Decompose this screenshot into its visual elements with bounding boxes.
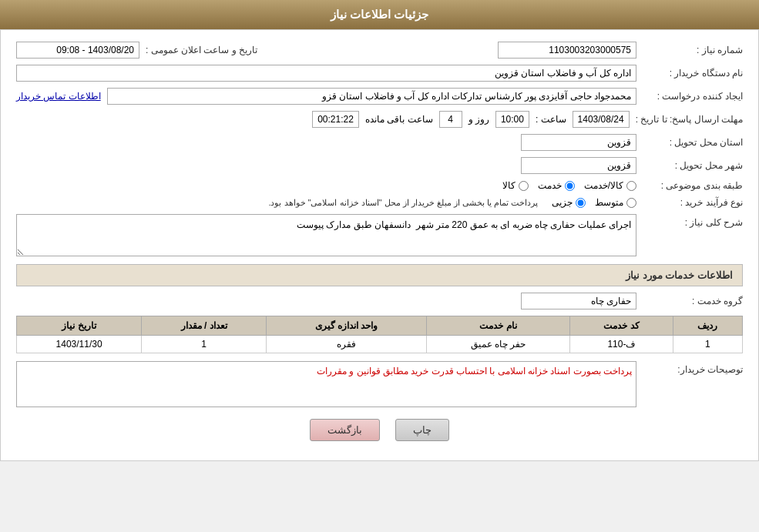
purchase-motavaset-label: متوسط [595, 197, 623, 208]
table-cell-0: 1 [673, 336, 742, 353]
service-group-row: گروه خدمت : حفاری چاه [16, 293, 743, 309]
category-kala-khedmat-radio[interactable] [626, 181, 636, 191]
buttons-row: چاپ بازگشت [16, 419, 743, 441]
deadline-remaining: 00:21:22 [312, 111, 359, 128]
buyer-notes-label: توصیحات خریدار: [643, 361, 743, 375]
deadline-days: 4 [439, 111, 462, 128]
announce-date-value: 1403/08/20 - 09:08 [16, 42, 139, 59]
table-cell-3: فقره [267, 336, 427, 353]
creator-row: ایجاد کننده درخواست : محمدجواد حاجی آفای… [16, 88, 743, 105]
need-number-value: 1103003203000575 [498, 42, 636, 59]
need-number-label: شماره نیاز : [643, 45, 743, 55]
creator-label: ایجاد کننده درخواست : [643, 91, 743, 102]
need-number-row: شماره نیاز : 1103003203000575 تاریخ و سا… [16, 42, 743, 59]
city-delivery-label: شهر محل تحویل : [643, 160, 743, 171]
table-cell-5: 1403/11/30 [17, 336, 142, 353]
category-kala[interactable]: کالا [502, 180, 529, 191]
print-button[interactable]: چاپ [395, 419, 449, 441]
province-delivery-value: قزوین [521, 134, 636, 151]
buyer-notes-value: پرداخت بصورت اسناد خزانه اسلامی با احتسا… [16, 361, 636, 407]
table-header-row: ردیف کد خدمت نام خدمت واحد اندازه گیری ت… [17, 316, 743, 336]
purchase-type-desc: پرداخت تمام یا بخشی از مبلغ خریدار از مح… [268, 198, 538, 208]
buyer-org-value: اداره کل آب و فاضلاب استان قزوین [16, 65, 636, 82]
col-header-date: تاریخ نیاز [17, 316, 142, 336]
need-summary-row: شرح کلی نیاز : [16, 214, 743, 256]
creator-link[interactable]: اطلاعات تماس خریدار [16, 91, 101, 102]
deadline-time: 10:00 [495, 111, 529, 128]
services-section-header: اطلاعات خدمات مورد نیاز [16, 264, 743, 286]
province-delivery-row: استان محل تحویل : قزوین [16, 134, 743, 151]
need-summary-textarea[interactable] [16, 214, 636, 256]
category-khedmat-label: خدمت [538, 180, 562, 191]
city-delivery-row: شهر محل تحویل : قزوین [16, 157, 743, 174]
creator-value: محمدجواد حاجی آفایزدی پور کارشناس تدارکا… [107, 88, 636, 105]
purchase-jozii-radio[interactable] [576, 198, 586, 208]
content-area: شماره نیاز : 1103003203000575 تاریخ و سا… [0, 29, 759, 461]
category-row: طبقه بندی موضوعی : کالا/خدمت خدمت کالا [16, 180, 743, 191]
col-header-service-name: نام خدمت [426, 316, 570, 336]
table-cell-2: حفر چاه عمیق [426, 336, 570, 353]
table-row: 1ف-110حفر چاه عمیقفقره11403/11/30 [17, 336, 743, 353]
col-header-row-num: ردیف [673, 316, 742, 336]
province-delivery-label: استان محل تحویل : [643, 137, 743, 148]
announce-date-label: تاریخ و ساعت اعلان عمومی : [146, 45, 257, 55]
city-delivery-value: قزوین [521, 157, 636, 174]
category-khedmat[interactable]: خدمت [538, 180, 575, 191]
purchase-jozii[interactable]: جزیی [552, 197, 586, 208]
purchase-motavaset[interactable]: متوسط [595, 197, 636, 208]
purchase-motavaset-radio[interactable] [626, 198, 636, 208]
service-group-value: حفاری چاه [521, 293, 636, 309]
page-container: جزئیات اطلاعات نیاز شماره نیاز : 1103003… [0, 0, 759, 461]
services-table: ردیف کد خدمت نام خدمت واحد اندازه گیری ت… [16, 316, 743, 353]
category-radio-group: کالا/خدمت خدمت کالا [502, 180, 636, 191]
deadline-remaining-label: ساعت باقی مانده [365, 114, 433, 125]
deadline-date: 1403/08/24 [573, 111, 630, 128]
category-kala-radio[interactable] [519, 181, 529, 191]
category-kala-khedmat-label: کالا/خدمت [584, 180, 623, 191]
col-header-unit: واحد اندازه گیری [267, 316, 427, 336]
category-kala-label: کالا [502, 180, 516, 191]
table-cell-4: 1 [142, 336, 267, 353]
purchase-type-row: نوع فرآیند خرید : متوسط جزیی پرداخت تمام… [16, 197, 743, 208]
deadline-days-label: روز و [468, 114, 489, 125]
table-cell-1: ف-110 [570, 336, 673, 353]
page-header: جزئیات اطلاعات نیاز [0, 0, 759, 29]
buyer-notes-row: توصیحات خریدار: پرداخت بصورت اسناد خزانه… [16, 361, 743, 407]
deadline-row: مهلت ارسال پاسخ: تا تاریخ : 1403/08/24 س… [16, 111, 743, 128]
buyer-org-label: نام دستگاه خریدار : [643, 68, 743, 79]
page-title: جزئیات اطلاعات نیاز [331, 8, 428, 21]
back-button[interactable]: بازگشت [310, 419, 380, 441]
need-summary-label: شرح کلی نیاز : [643, 214, 743, 228]
category-khedmat-radio[interactable] [565, 181, 575, 191]
purchase-jozii-label: جزیی [552, 197, 573, 208]
col-header-quantity: تعداد / مقدار [142, 316, 267, 336]
category-label: طبقه بندی موضوعی : [643, 180, 743, 191]
purchase-type-label: نوع فرآیند خرید : [643, 197, 743, 208]
category-kala-khedmat[interactable]: کالا/خدمت [584, 180, 636, 191]
deadline-label: مهلت ارسال پاسخ: تا تاریخ : [636, 114, 743, 125]
buyer-org-row: نام دستگاه خریدار : اداره کل آب و فاضلاب… [16, 65, 743, 82]
col-header-service-code: کد خدمت [570, 316, 673, 336]
service-group-label: گروه خدمت : [643, 296, 743, 306]
purchase-type-options: متوسط جزیی [552, 197, 636, 208]
deadline-time-label: ساعت : [536, 114, 566, 125]
